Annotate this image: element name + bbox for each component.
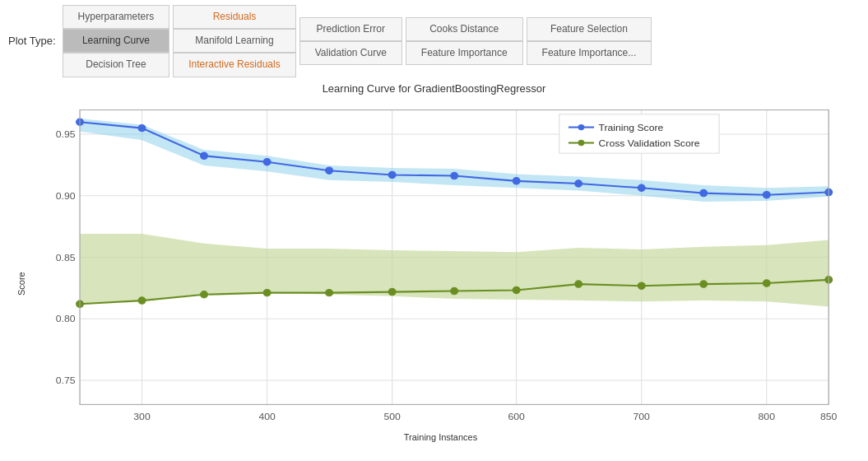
svg-text:0.95: 0.95: [56, 128, 76, 140]
svg-point-39: [763, 279, 770, 286]
svg-point-38: [700, 280, 708, 286]
button-group-4: Cooks Distance Feature Importance: [406, 17, 523, 65]
btn-interactive-residuals[interactable]: Interactive Residuals: [173, 53, 295, 77]
chart-svg: 0.75 0.80 0.85 0.90 0.95 300 400 500 600…: [30, 101, 852, 431]
svg-point-44: [263, 158, 271, 165]
svg-point-49: [575, 179, 583, 186]
svg-point-56: [578, 123, 585, 129]
svg-point-35: [513, 286, 520, 293]
btn-decision-tree[interactable]: Decision Tree: [63, 53, 170, 77]
btn-residuals[interactable]: Residuals: [173, 5, 295, 29]
svg-point-42: [138, 124, 146, 131]
svg-point-29: [138, 296, 146, 303]
btn-learning-curve[interactable]: Learning Curve: [63, 29, 170, 53]
svg-point-33: [388, 288, 396, 295]
chart-inner: 0.75 0.80 0.85 0.90 0.95 300 400 500 600…: [30, 101, 852, 442]
plot-type-label: Plot Type:: [8, 35, 56, 47]
svg-point-31: [263, 289, 271, 296]
svg-point-51: [700, 189, 708, 196]
svg-text:850: 850: [820, 411, 838, 422]
svg-point-45: [326, 167, 333, 174]
button-group-3: Prediction Error Validation Curve: [299, 17, 402, 65]
svg-text:0.80: 0.80: [56, 313, 76, 324]
chart-area: Score: [16, 101, 852, 442]
btn-cooks-distance[interactable]: Cooks Distance: [406, 17, 523, 41]
plot-type-bar: Plot Type: Hyperparameters Learning Curv…: [0, 0, 868, 82]
svg-text:Cross Validation Score: Cross Validation Score: [599, 137, 700, 149]
svg-point-59: [578, 139, 585, 145]
chart-container: Learning Curve for GradientBoostingRegre…: [0, 82, 868, 450]
svg-point-34: [451, 287, 458, 294]
svg-point-46: [388, 171, 396, 178]
svg-point-36: [575, 280, 583, 286]
svg-point-43: [201, 152, 208, 159]
svg-text:600: 600: [508, 411, 525, 422]
btn-prediction-error[interactable]: Prediction Error: [299, 17, 402, 41]
svg-point-48: [513, 177, 520, 184]
btn-feature-importance-2[interactable]: Feature Importance...: [527, 41, 652, 65]
button-group-1: Hyperparameters Learning Curve Decision …: [63, 5, 170, 77]
svg-point-50: [638, 184, 645, 191]
svg-text:Training Score: Training Score: [599, 122, 664, 133]
svg-text:0.75: 0.75: [56, 375, 76, 386]
svg-text:0.90: 0.90: [56, 190, 76, 202]
svg-point-32: [326, 289, 333, 296]
svg-text:700: 700: [634, 411, 651, 422]
y-axis-label: Score: [16, 101, 26, 442]
btn-validation-curve[interactable]: Validation Curve: [299, 41, 402, 65]
svg-text:500: 500: [383, 411, 401, 422]
btn-manifold-learning[interactable]: Manifold Learning: [173, 29, 295, 53]
svg-text:400: 400: [258, 411, 276, 422]
svg-text:800: 800: [759, 411, 776, 422]
svg-text:300: 300: [133, 411, 151, 422]
svg-point-47: [451, 172, 458, 179]
x-axis-label: Training Instances: [30, 432, 852, 442]
svg-point-37: [638, 282, 645, 289]
chart-title: Learning Curve for GradientBoostingRegre…: [16, 82, 852, 95]
svg-point-30: [201, 291, 208, 297]
button-group-5: Feature Selection Feature Importance...: [527, 17, 652, 65]
btn-feature-selection[interactable]: Feature Selection: [527, 17, 652, 41]
button-group-2: Residuals Manifold Learning Interactive …: [173, 5, 295, 77]
btn-feature-importance[interactable]: Feature Importance: [406, 41, 523, 65]
svg-point-52: [763, 191, 770, 198]
btn-hyperparameters[interactable]: Hyperparameters: [63, 5, 170, 29]
svg-text:0.85: 0.85: [56, 252, 76, 263]
